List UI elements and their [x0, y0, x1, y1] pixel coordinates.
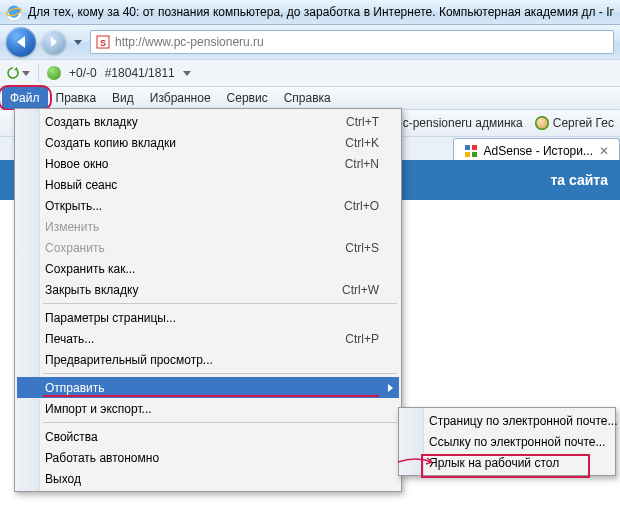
menu-edit-label: Правка	[56, 91, 97, 105]
link-user-label: Сергей Гес	[553, 116, 614, 130]
menu-view-label: Вид	[112, 91, 134, 105]
menu-tools-label: Сервис	[227, 91, 268, 105]
menu-item-exit[interactable]: Выход	[17, 468, 399, 489]
svg-rect-9	[465, 152, 470, 157]
menu-item-work-offline[interactable]: Работать автономно	[17, 447, 399, 468]
menu-item-edit: Изменить	[17, 216, 399, 237]
globe-icon	[47, 66, 61, 80]
menu-separator	[43, 303, 397, 304]
window-title: Для тех, кому за 40: от познания компьют…	[28, 5, 614, 19]
annotation-underline	[43, 395, 379, 397]
menu-edit[interactable]: Правка	[48, 87, 105, 109]
menu-item-print[interactable]: Печать...Ctrl+P	[17, 328, 399, 349]
submenu-item-page-email[interactable]: Страницу по электронной почте...	[401, 410, 613, 431]
menu-item-save: СохранитьCtrl+S	[17, 237, 399, 258]
status-toolbar: +0/-0 #18041/1811	[0, 59, 620, 87]
menu-view[interactable]: Вид	[104, 87, 142, 109]
forward-button[interactable]	[42, 30, 66, 54]
ie-logo-icon	[6, 4, 22, 20]
zone-indicator[interactable]	[47, 66, 61, 80]
arrow-right-icon	[51, 37, 57, 47]
address-text: http://www.pc-pensioneru.ru	[115, 35, 264, 49]
back-button[interactable]	[6, 27, 36, 57]
link-user[interactable]: Сергей Гес	[535, 116, 614, 130]
title-bar: Для тех, кому за 40: от познания компьют…	[0, 0, 620, 25]
tab-favicon-icon	[464, 144, 478, 158]
menu-item-new-window[interactable]: Новое окноCtrl+N	[17, 153, 399, 174]
menu-separator	[43, 422, 397, 423]
menu-bar: Файл Правка Вид Избранное Сервис Справка	[0, 87, 620, 110]
menu-favorites[interactable]: Избранное	[142, 87, 219, 109]
tab-label: AdSense - Истори...	[484, 144, 593, 158]
menu-help[interactable]: Справка	[276, 87, 339, 109]
arrow-left-icon	[17, 36, 25, 48]
chevron-down-icon	[183, 71, 191, 76]
menu-item-print-preview[interactable]: Предварительный просмотр...	[17, 349, 399, 370]
menu-separator	[43, 373, 397, 374]
menu-item-send[interactable]: Отправить	[17, 377, 399, 398]
svg-rect-8	[472, 145, 477, 150]
menu-item-close-tab[interactable]: Закрыть вкладкуCtrl+W	[17, 279, 399, 300]
refresh-icon	[6, 66, 20, 80]
nav-toolbar: S http://www.pc-pensioneru.ru	[0, 25, 620, 59]
menu-file-label: Файл	[10, 91, 40, 105]
menu-tools[interactable]: Сервис	[219, 87, 276, 109]
menu-item-new-tab[interactable]: Создать вкладкуCtrl+T	[17, 111, 399, 132]
menu-item-import-export[interactable]: Импорт и экспорт...	[17, 398, 399, 419]
submenu-item-link-email[interactable]: Ссылку по электронной почте...	[401, 431, 613, 452]
menu-item-new-session[interactable]: Новый сеанс	[17, 174, 399, 195]
svg-rect-7	[465, 145, 470, 150]
menu-item-page-setup[interactable]: Параметры страницы...	[17, 307, 399, 328]
menu-item-properties[interactable]: Свойства	[17, 426, 399, 447]
menu-item-save-as[interactable]: Сохранить как...	[17, 258, 399, 279]
menu-item-open[interactable]: Открыть...Ctrl+O	[17, 195, 399, 216]
menu-help-label: Справка	[284, 91, 331, 105]
menu-item-dup-tab[interactable]: Создать копию вкладкиCtrl+K	[17, 132, 399, 153]
separator	[38, 64, 39, 82]
nav-history-dropdown[interactable]	[72, 28, 84, 56]
tab-close-button[interactable]: ✕	[599, 144, 609, 158]
submenu-arrow-icon	[388, 384, 393, 392]
counter-label: #18041/1811	[105, 66, 175, 80]
chevron-down-icon	[22, 71, 30, 76]
link-admin-label: Pc-pensioneru админка	[395, 116, 523, 130]
site-favicon-icon: S	[95, 34, 111, 50]
chevron-down-icon	[74, 40, 82, 45]
svg-text:S: S	[100, 38, 106, 48]
file-menu-dropdown: Создать вкладкуCtrl+T Создать копию вкла…	[14, 108, 402, 492]
address-bar[interactable]: S http://www.pc-pensioneru.ru	[90, 30, 614, 54]
banner-text-fragment: та сайта	[550, 172, 608, 188]
menu-file[interactable]: Файл	[2, 87, 48, 109]
avatar-icon	[535, 116, 549, 130]
svg-rect-10	[472, 152, 477, 157]
refresh-button[interactable]	[6, 66, 30, 80]
zoom-label: +0/-0	[69, 66, 97, 80]
menu-favorites-label: Избранное	[150, 91, 211, 105]
